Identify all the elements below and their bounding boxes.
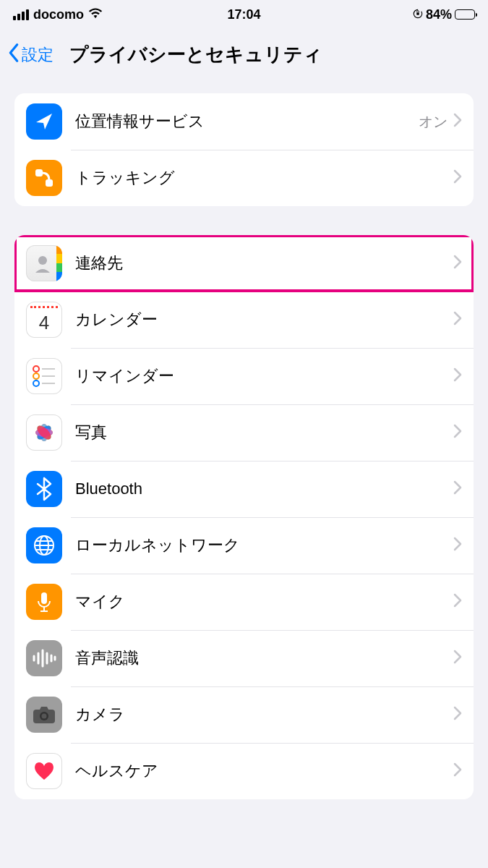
svg-point-6 <box>33 366 39 372</box>
row-label: 位置情報サービス <box>75 111 419 132</box>
chevron-right-icon <box>453 706 462 723</box>
section-location-tracking: 位置情報サービス オン トラッキング <box>14 93 474 206</box>
signal-icon <box>13 9 29 20</box>
globe-icon <box>26 527 62 563</box>
location-arrow-icon <box>26 103 62 140</box>
row-contacts[interactable]: 連絡先 <box>14 235 474 292</box>
row-label: ローカルネットワーク <box>75 535 453 556</box>
chevron-right-icon <box>453 424 462 441</box>
chevron-right-icon <box>453 311 462 328</box>
svg-point-4 <box>38 256 47 265</box>
row-label: 写真 <box>75 422 453 443</box>
microphone-icon <box>26 584 62 620</box>
row-photos[interactable]: 写真 <box>14 404 474 461</box>
row-calendar[interactable]: 4 カレンダー <box>14 292 474 348</box>
row-microphone[interactable]: マイク <box>14 574 474 630</box>
row-value: オン <box>419 112 448 132</box>
svg-point-8 <box>33 380 39 386</box>
svg-rect-2 <box>35 169 43 176</box>
reminders-icon <box>26 358 62 394</box>
svg-rect-25 <box>41 592 47 604</box>
row-location-services[interactable]: 位置情報サービス オン <box>14 93 474 150</box>
row-label: 連絡先 <box>75 252 453 274</box>
row-label: Bluetooth <box>75 480 453 498</box>
row-label: トラッキング <box>75 167 453 189</box>
chevron-right-icon <box>453 367 462 385</box>
tracking-icon <box>26 160 62 196</box>
nav-bar: 設定 プライバシーとセキュリティ <box>0 29 488 79</box>
orientation-lock-icon <box>413 7 423 22</box>
waveform-icon <box>26 640 62 676</box>
chevron-right-icon <box>453 593 462 610</box>
chevron-right-icon <box>453 480 462 498</box>
status-left: docomo <box>13 7 103 22</box>
clock: 17:04 <box>227 7 260 22</box>
battery-pct: 84% <box>426 7 452 22</box>
row-reminders[interactable]: リマインダー <box>14 348 474 404</box>
section-privacy-apps: 連絡先 4 カレンダー リマインダー <box>14 235 474 799</box>
row-camera[interactable]: カメラ <box>14 686 474 743</box>
row-label: リマインダー <box>75 365 453 387</box>
svg-point-36 <box>42 714 47 719</box>
row-tracking[interactable]: トラッキング <box>14 150 474 206</box>
row-health[interactable]: ヘルスケア <box>14 743 474 799</box>
back-label: 設定 <box>22 44 53 66</box>
wifi-icon <box>88 7 103 22</box>
svg-rect-3 <box>46 179 53 187</box>
chevron-right-icon <box>453 255 462 272</box>
row-label: カメラ <box>75 704 453 726</box>
back-button[interactable]: 設定 <box>7 43 53 67</box>
row-bluetooth[interactable]: Bluetooth <box>14 461 474 517</box>
heart-icon <box>26 753 62 789</box>
chevron-right-icon <box>453 537 462 554</box>
row-label: 音声認識 <box>75 647 453 669</box>
back-chevron-icon <box>7 43 20 67</box>
calendar-icon: 4 <box>26 302 62 338</box>
row-local-network[interactable]: ローカルネットワーク <box>14 517 474 574</box>
chevron-right-icon <box>453 113 462 130</box>
camera-icon <box>26 697 62 733</box>
row-speech-recognition[interactable]: 音声認識 <box>14 630 474 686</box>
status-bar: docomo 17:04 84% <box>0 0 488 29</box>
svg-rect-1 <box>416 12 419 15</box>
chevron-right-icon <box>453 762 462 780</box>
svg-point-7 <box>33 373 39 379</box>
row-label: カレンダー <box>75 309 453 331</box>
status-right: 84% <box>413 7 475 22</box>
bluetooth-icon <box>26 471 62 507</box>
row-label: ヘルスケア <box>75 760 453 782</box>
carrier-label: docomo <box>33 7 84 22</box>
chevron-right-icon <box>453 169 462 187</box>
page-title: プライバシーとセキュリティ <box>69 42 322 67</box>
row-label: マイク <box>75 591 453 613</box>
photos-icon <box>26 414 62 451</box>
svg-text:4: 4 <box>39 312 49 333</box>
chevron-right-icon <box>453 650 462 667</box>
contacts-icon <box>26 245 62 281</box>
battery-icon <box>455 9 475 20</box>
